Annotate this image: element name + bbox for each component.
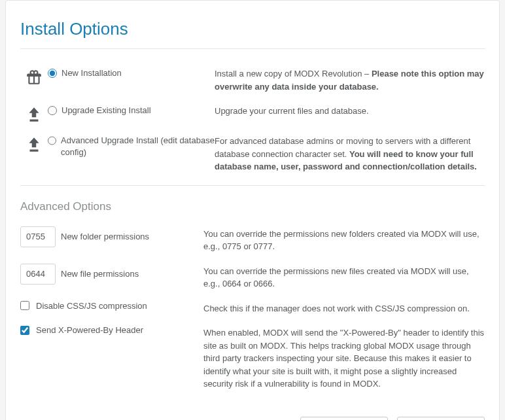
next-button[interactable]: Next <box>397 417 485 421</box>
file-permissions-input[interactable] <box>20 264 56 285</box>
row-folder-permissions: New folder permissions You can override … <box>20 226 485 253</box>
radio-advanced-upgrade[interactable] <box>48 136 56 145</box>
install-options-block: New Installation Install a new copy of M… <box>20 60 485 186</box>
option-new-install: New Installation Install a new copy of M… <box>20 67 485 93</box>
advanced-options-title: Advanced Options <box>20 200 485 213</box>
folder-permissions-label: New folder permissions <box>61 232 149 241</box>
gift-icon <box>20 67 48 86</box>
disable-compression-label-wrap[interactable]: Disable CSS/JS compression <box>20 301 203 311</box>
row-file-permissions: New file permissions You can override th… <box>20 264 485 290</box>
desc-upgrade: Upgrade your current files and database. <box>215 105 485 118</box>
radio-new-install[interactable] <box>48 69 57 78</box>
option-advanced-upgrade: Advanced Upgrade Install (edit database … <box>20 135 485 173</box>
folder-permissions-input[interactable] <box>20 226 56 247</box>
file-permissions-label: New file permissions <box>61 269 139 279</box>
disable-compression-label: Disable CSS/JS compression <box>36 301 147 311</box>
install-panel: Install Options New Installation Install… <box>5 0 500 420</box>
upgrade-icon <box>20 105 48 123</box>
row-send-header: Send X-Powered-By Header When enabled, M… <box>20 325 485 391</box>
folder-permissions-desc: You can override the permissions new fol… <box>203 226 485 253</box>
disable-compression-checkbox[interactable] <box>20 301 29 310</box>
page-title: Install Options <box>20 19 485 49</box>
radio-new-install-label[interactable]: New Installation <box>48 67 215 79</box>
radio-upgrade-label[interactable]: Upgrade Existing Install <box>48 105 215 116</box>
disable-compression-desc: Check this if the manager does not work … <box>203 301 485 315</box>
send-header-label: Send X-Powered-By Header <box>36 325 143 335</box>
send-header-checkbox[interactable] <box>20 326 29 335</box>
radio-advanced-upgrade-label[interactable]: Advanced Upgrade Install (edit database … <box>48 135 215 158</box>
back-button[interactable]: Back <box>300 417 388 421</box>
radio-upgrade[interactable] <box>48 106 57 115</box>
file-permissions-desc: You can override the permissions new fil… <box>203 264 485 290</box>
advanced-upgrade-icon <box>20 135 48 153</box>
send-header-label-wrap[interactable]: Send X-Powered-By Header <box>20 325 203 335</box>
button-row: Back Next <box>20 417 485 421</box>
desc-new-install: Install a new copy of MODX Revolution – … <box>215 67 485 93</box>
option-upgrade: Upgrade Existing Install Upgrade your cu… <box>20 105 485 123</box>
row-disable-compression: Disable CSS/JS compression Check this if… <box>20 301 485 315</box>
desc-advanced-upgrade: For advanced database admins or moving t… <box>215 135 485 173</box>
send-header-desc: When enabled, MODX will send the "X-Powe… <box>203 325 485 391</box>
